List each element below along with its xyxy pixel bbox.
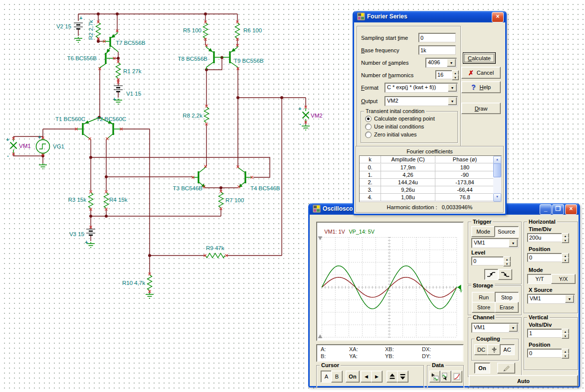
table-row[interactable]: 0.17,9m180 [360, 164, 494, 171]
h-position-spinner[interactable]: ▲▼ [562, 253, 569, 262]
circuit-wires[interactable] [13, 14, 306, 293]
component-r8[interactable]: R8 2,2k [183, 105, 208, 125]
component-r1[interactable]: R1 27k [116, 60, 142, 81]
close-button[interactable]: × [565, 204, 577, 215]
calculate-button[interactable]: Calculate [463, 52, 496, 64]
component-t7[interactable]: T7 BC556B [103, 29, 146, 52]
h-position-input[interactable] [527, 253, 562, 262]
v-position-spinner[interactable]: ▲▼ [562, 349, 569, 358]
storage-erase-button[interactable]: Erase [495, 302, 519, 313]
component-r5[interactable]: R5 100 [183, 20, 208, 40]
trigger-level-spinner[interactable]: ▲▼ [503, 257, 511, 265]
number-of-samples-select[interactable]: 4096▼ [425, 58, 457, 68]
timediv-spinner[interactable]: ▲▼ [562, 233, 569, 242]
data-curve-button[interactable] [451, 371, 462, 383]
data-import-curve-button[interactable] [429, 371, 440, 383]
cursor-left-button[interactable]: ◀ [361, 371, 372, 383]
component-t3[interactable]: T3 BC546B [173, 165, 207, 191]
dropdown-arrow-icon[interactable]: ▼ [509, 239, 518, 247]
component-v3[interactable]: V3 15 + [69, 226, 95, 248]
table-row[interactable]: 2.144,24u-173,84 [360, 179, 494, 186]
trigger-falling-edge-button[interactable] [498, 269, 512, 280]
component-t2[interactable]: T2 BC560C [96, 116, 126, 140]
maximize-button[interactable]: ❐ [552, 204, 564, 215]
v-position-input[interactable] [527, 349, 562, 358]
component-t9[interactable]: T9 BC556B [222, 44, 264, 70]
cursor-a-button[interactable]: A [321, 371, 332, 383]
dropdown-arrow-icon[interactable]: ▼ [448, 97, 457, 105]
mode-yx-button[interactable]: Y/X [551, 274, 576, 284]
bottom-position-marker[interactable] [318, 334, 322, 338]
trigger-mode-button[interactable]: Mode [471, 226, 495, 237]
component-v2[interactable]: V2 15 + [56, 15, 83, 43]
coupling-ac-button[interactable]: AC [500, 344, 515, 355]
component-v1[interactable]: V1 15 + [113, 81, 141, 105]
xsource-select[interactable]: VM1▼ [527, 294, 575, 304]
radio-zero-initial-values[interactable] [365, 131, 372, 138]
data-export-curve-button[interactable] [440, 371, 451, 383]
harmonics-spinner[interactable]: ▲▼ [452, 70, 459, 79]
coupling-dc-button[interactable]: DC [474, 344, 488, 355]
cursor-up-button[interactable] [387, 371, 398, 383]
table-row[interactable]: 3.9,26u-66,44 [360, 186, 494, 194]
table-row[interactable]: 1.4,26-90 [360, 171, 494, 179]
component-t6[interactable]: T6 BC556B [67, 48, 116, 70]
format-select[interactable]: C * exp(j * (kwt + fi))▼ [385, 83, 458, 93]
voltsdiv-spinner[interactable]: ▲▼ [562, 329, 569, 338]
output-select[interactable]: VM2▼ [385, 96, 458, 106]
component-t4[interactable]: T4 BC546B [236, 165, 280, 191]
component-t1[interactable]: T1 BC560C [55, 116, 99, 140]
mode-yt-button[interactable]: Y/T [527, 274, 552, 284]
component-r9[interactable]: R9 47k [203, 245, 227, 258]
component-r6[interactable]: R6 100 [235, 20, 262, 40]
trigger-source-button[interactable]: Source [494, 226, 519, 237]
dropdown-arrow-icon[interactable]: ▼ [565, 295, 574, 303]
component-vm1[interactable]: VM1 + - [6, 136, 31, 158]
radio-calculate-operating-point[interactable] [365, 116, 372, 122]
number-of-harmonics-input[interactable] [435, 70, 452, 79]
trigger-source-select[interactable]: VM1▼ [471, 238, 519, 248]
trigger-level-input[interactable] [471, 257, 504, 265]
coefficients-table[interactable]: kAmplitude (C)Phase (ø) 0.17,9m180 1.4,2… [359, 155, 502, 202]
help-button[interactable]: ? Help [461, 81, 501, 93]
dropdown-arrow-icon[interactable]: ▼ [448, 84, 457, 92]
sampling-start-time-input[interactable] [418, 33, 456, 42]
component-r3[interactable]: R3 15k [68, 190, 93, 210]
component-vg1[interactable]: VG1 + [36, 134, 65, 169]
radio-use-initial-conditions[interactable] [365, 124, 372, 130]
cancel-button[interactable]: ✗ Cancel [461, 67, 501, 79]
storage-run-button[interactable]: Run [472, 292, 496, 303]
coupling-ground-button[interactable] [487, 344, 501, 355]
component-r7[interactable]: R7 100 [219, 190, 244, 210]
component-t8[interactable]: T8 BC556B [178, 44, 221, 70]
component-r10[interactable]: R10 4,7k [122, 272, 154, 299]
component-r4[interactable]: R4 15k [104, 190, 128, 210]
trigger-rising-edge-button[interactable] [484, 269, 498, 280]
close-button[interactable]: × [492, 12, 504, 22]
cursor-right-button[interactable]: ▶ [371, 371, 383, 383]
channel-select[interactable]: VM1▼ [471, 323, 519, 333]
component-r2[interactable]: R2 2,7k [88, 20, 101, 40]
cursor-b-button[interactable]: B [331, 371, 343, 383]
component-vm2[interactable]: VM2 + - [298, 106, 323, 131]
cursor-on-button[interactable]: On [346, 371, 360, 383]
voltsdiv-input[interactable] [527, 329, 562, 338]
timediv-input[interactable] [527, 233, 562, 242]
channel-on-button[interactable]: On [474, 363, 490, 374]
dropdown-arrow-icon[interactable]: ▼ [447, 59, 456, 67]
table-row[interactable]: 4.1,08u76.8 [360, 194, 494, 201]
oscilloscope-window[interactable]: Oscilloscope _ ❐ × VM1: 1V VP_14: 5V A: [308, 203, 580, 388]
dropdown-arrow-icon[interactable]: ▼ [509, 324, 518, 332]
storage-store-button[interactable]: Store [472, 302, 496, 313]
scrollbar-thumb[interactable] [493, 163, 501, 177]
channel-pen-button[interactable] [497, 363, 515, 374]
fourier-series-dialog[interactable]: Fourier Series × Sampling start time Bas… [353, 11, 507, 215]
minimize-button[interactable]: _ [540, 204, 552, 215]
base-frequency-input[interactable] [418, 45, 456, 55]
table-scrollbar[interactable]: ▲ ▼ [493, 156, 501, 202]
storage-stop-button[interactable]: Stop [495, 292, 519, 303]
fourier-titlebar[interactable]: Fourier Series × [354, 11, 505, 22]
draw-button[interactable]: Draw [461, 103, 501, 114]
auto-button[interactable]: Auto [469, 375, 578, 387]
cursor-down-button[interactable] [397, 371, 408, 383]
